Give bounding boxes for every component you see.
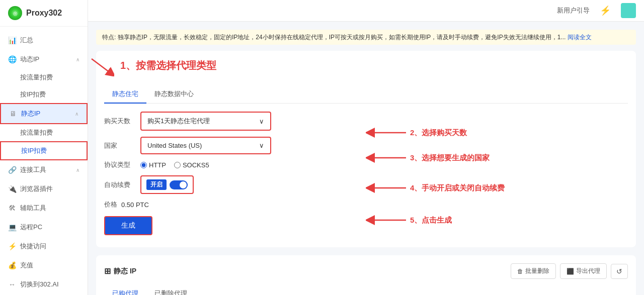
banner-link[interactable]: 阅读全文: [568, 34, 592, 41]
toggle-on-label: 开启: [146, 179, 167, 190]
sidebar-item-remote-pc[interactable]: 💻 远程PC: [0, 218, 88, 237]
annotation-4: 4、手动开启或关闭自动续费: [366, 182, 628, 194]
protocol-http-radio[interactable]: [140, 162, 147, 168]
protocol-http-option[interactable]: HTTP: [140, 161, 166, 169]
section-actions: 🗑 批量删除 ⬛ 导出代理 ↺: [511, 263, 628, 279]
sidebar-item-recharge[interactable]: 💰 充值: [0, 256, 88, 275]
arrow3-icon: [366, 152, 406, 164]
sidebar-item-quick-label: 快捷访问: [20, 242, 46, 251]
sidebar-item-summary-label: 汇总: [20, 36, 33, 45]
dynamic-ip-arrow: ∧: [76, 57, 79, 62]
remote-icon: 💻: [8, 223, 16, 231]
auto-renew-toggle-wrap: 开启: [140, 175, 194, 194]
step-container: 1、按需选择代理类型 静态住宅 静态数据中心 购买天数 购买1天静态住宅代理 ∨: [96, 51, 636, 247]
country-chevron-icon: ∨: [259, 142, 264, 149]
sidebar-item-browser-plugin[interactable]: 🔌 浏览器插件: [0, 179, 88, 199]
price-value: 0.50 PTC: [121, 201, 149, 209]
sidebar-item-static-ip[interactable]: 🖥 静态IP ∧: [0, 103, 88, 124]
protocol-socks5-option[interactable]: SOCKS5: [174, 161, 209, 169]
country-value: United States (US): [147, 142, 202, 149]
logo-text: Proxy302: [26, 9, 62, 18]
sidebar-item-connect-tools[interactable]: 🔗 连接工具 ∧: [0, 160, 88, 179]
static-ip-section: ⊞ 静态 IP 🗑 批量删除 ⬛ 导出代理 ↺: [96, 255, 636, 295]
content-area: 特点: 独享静态IP，无限流量，长效稳定，固定的IP地址，24小时保持在线稳定代…: [88, 22, 644, 295]
sidebar-item-summary[interactable]: 📊 汇总: [0, 31, 88, 50]
sidebar-item-connect-label: 连接工具: [20, 165, 46, 174]
refresh-icon: ↺: [616, 267, 622, 275]
sub-tab-purchased[interactable]: 已购代理: [104, 285, 146, 295]
recharge-icon: 💰: [8, 261, 16, 269]
arrow5-icon: [366, 214, 406, 226]
protocol-socks5-label: SOCKS5: [183, 161, 209, 169]
dynamic-ip-icon: 🌐: [8, 55, 16, 63]
sidebar-item-quick-access[interactable]: ⚡ 快捷访问: [0, 237, 88, 256]
sidebar-item-helper-label: 辅助工具: [20, 204, 46, 213]
sidebar-item-switch[interactable]: ↔ 切换到302.AI: [0, 275, 88, 294]
country-label: 国家: [104, 141, 134, 150]
arrow2-icon: [366, 127, 406, 139]
auto-renew-label: 自动续费: [104, 180, 134, 189]
tab-static-datacenter[interactable]: 静态数据中心: [146, 85, 202, 104]
tab-static-residential[interactable]: 静态住宅: [104, 85, 146, 104]
export-icon: ⬛: [567, 268, 574, 275]
arrow4-icon: [366, 182, 406, 194]
annotation3-text: 3、选择想要生成的国家: [410, 153, 490, 163]
step1-arrow-icon: [89, 56, 114, 76]
days-value: 购买1天静态住宅代理: [147, 117, 210, 126]
generate-button[interactable]: 生成: [104, 216, 152, 235]
quick-icon: ⚡: [8, 242, 16, 250]
export-button[interactable]: ⬛ 导出代理: [560, 263, 607, 279]
annotation-2: 2、选择购买天数: [366, 127, 628, 139]
days-chevron-icon: ∨: [259, 118, 264, 125]
top-bar-right: 新用户引导 ⚡: [557, 3, 636, 18]
bulk-delete-button[interactable]: 🗑 批量删除: [511, 263, 556, 279]
sidebar-sub-static-traffic[interactable]: 按流量扣费: [0, 124, 88, 141]
country-row: 国家 United States (US) ∨: [104, 137, 356, 154]
toggle-slider[interactable]: [170, 180, 188, 189]
annotation4-text: 4、手动开启或关闭自动续费: [410, 183, 505, 193]
section-title-wrap: ⊞ 静态 IP: [104, 266, 136, 276]
protocol-http-label: HTTP: [149, 161, 166, 169]
generate-wrap: 生成: [104, 216, 356, 235]
days-label: 购买天数: [104, 117, 134, 126]
sidebar-item-browser-label: 浏览器插件: [20, 184, 53, 193]
logo-icon: ◎: [8, 6, 22, 20]
summary-icon: 📊: [8, 36, 16, 44]
protocol-row: 协议类型 HTTP SOCKS5: [104, 160, 356, 169]
sub-tab-deleted[interactable]: 已删除代理: [146, 285, 195, 295]
sidebar-item-dynamic-ip[interactable]: 🌐 动态IP ∧: [0, 50, 88, 69]
sidebar-sub-dynamic-traffic[interactable]: 按流量扣费: [0, 69, 88, 86]
annotation5-text: 5、点击生成: [410, 216, 452, 225]
new-user-guide[interactable]: 新用户引导: [557, 6, 590, 15]
sidebar-item-recharge-label: 充值: [20, 261, 33, 270]
feature-banner: 特点: 独享静态IP，无限流量，长效稳定，固定的IP地址，24小时保持在线稳定代…: [96, 30, 636, 45]
sidebar-sub-static-ip-fee[interactable]: 按IP扣费: [0, 141, 88, 160]
step1-title: 1、按需选择代理类型: [120, 59, 216, 72]
avatar[interactable]: [621, 3, 636, 18]
top-bar: 新用户引导 ⚡: [88, 0, 644, 22]
table-icon: ⊞: [104, 266, 111, 276]
protocol-socks5-radio[interactable]: [174, 162, 181, 168]
sidebar-sub-dynamic-ip[interactable]: 按IP扣费: [0, 86, 88, 103]
price-row: 价格 0.50 PTC: [104, 200, 356, 209]
logo-area: ◎ Proxy302: [0, 0, 88, 27]
price-label: 价格: [104, 200, 117, 209]
protocol-radio-group: HTTP SOCKS5: [140, 161, 209, 169]
sidebar-nav: 📊 汇总 🌐 动态IP ∧ 按流量扣费 按IP扣费 🖥 静态IP ∧ 按流量扣费…: [0, 27, 88, 295]
connect-icon: 🔗: [8, 166, 16, 174]
refresh-button[interactable]: ↺: [611, 264, 628, 279]
sidebar-item-helper[interactable]: 🛠 辅助工具: [0, 199, 88, 218]
auto-renew-toggle[interactable]: 开启: [146, 179, 188, 190]
language-button[interactable]: ⚡: [596, 3, 615, 18]
auto-renew-row: 自动续费 开启: [104, 175, 356, 194]
static-ip-icon: 🖥: [9, 110, 17, 118]
days-select[interactable]: 购买1天静态住宅代理 ∨: [140, 112, 271, 131]
sidebar-item-static-ip-label: 静态IP: [21, 109, 40, 118]
static-ip-arrow: ∧: [75, 111, 78, 117]
days-row: 购买天数 购买1天静态住宅代理 ∨: [104, 112, 356, 131]
country-select[interactable]: United States (US) ∨: [140, 137, 271, 154]
connect-arrow: ∧: [76, 167, 79, 173]
switch-icon: ↔: [8, 280, 16, 288]
sub-tabs: 已购代理 已删除代理: [104, 285, 628, 295]
section-title-text: 静态 IP: [114, 267, 136, 276]
